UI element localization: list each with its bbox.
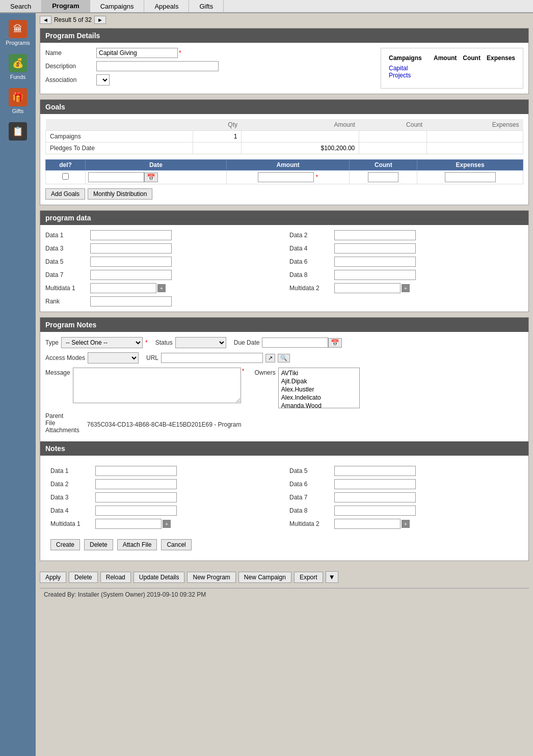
n-data2-input[interactable] — [95, 479, 177, 489]
calendar-button[interactable]: 📅 — [144, 173, 158, 182]
association-row: Association — [45, 74, 370, 86]
n-data1-input[interactable] — [95, 466, 177, 476]
name-input[interactable] — [96, 48, 178, 58]
url-search-button[interactable]: 🔍 — [278, 354, 290, 362]
n-multidata1-container: + — [95, 519, 171, 529]
goals-count-col: Count — [359, 119, 427, 131]
create-button[interactable]: Create — [50, 539, 80, 550]
delete-note-button[interactable]: Delete — [84, 539, 113, 550]
apply-button[interactable]: Apply — [40, 572, 66, 583]
n-data6-label: Data 6 — [289, 481, 330, 488]
tab-program[interactable]: Program — [42, 0, 90, 12]
tab-campaigns[interactable]: Campaigns — [90, 0, 145, 12]
expenses-col-header: Expenses — [484, 53, 518, 63]
data3-input[interactable] — [90, 243, 172, 254]
owner-alex-i[interactable]: Alex.Indelicato — [280, 394, 358, 402]
data2-input[interactable] — [334, 230, 416, 240]
n-data3-input[interactable] — [95, 492, 177, 502]
n-data5-input[interactable] — [334, 466, 416, 476]
new-campaign-button[interactable]: New Campaign — [238, 572, 291, 583]
multidata2-add-button[interactable]: + — [402, 284, 410, 292]
sidebar-item-misc[interactable]: 📋 — [0, 118, 36, 146]
goals-campaigns-amount — [242, 131, 359, 143]
tab-appeals[interactable]: Appeals — [144, 0, 189, 12]
message-textarea[interactable] — [73, 368, 241, 403]
n-data7-input[interactable] — [334, 492, 416, 502]
parent-file-row: ParentFileAttachments 7635C034-CD13-4B68… — [45, 412, 523, 434]
add-goals-button[interactable]: Add Goals — [45, 188, 85, 200]
owner-avtiki[interactable]: AVTiki — [280, 369, 358, 377]
data6-input[interactable] — [334, 257, 416, 267]
owner-amanda[interactable]: Amanda.Wood — [280, 402, 358, 408]
export-button[interactable]: Export — [294, 572, 323, 583]
type-select[interactable]: -- Select One -- — [61, 337, 143, 348]
goals-campaigns-row: Campaigns 1 — [46, 131, 523, 143]
data1-input[interactable] — [90, 230, 172, 240]
tab-search[interactable]: Search — [0, 0, 42, 12]
due-date-input[interactable] — [262, 338, 328, 348]
new-program-button[interactable]: New Program — [187, 572, 235, 583]
url-input[interactable] — [161, 353, 263, 363]
attach-file-button[interactable]: Attach File — [117, 539, 157, 550]
goals-pledges-qty — [193, 143, 242, 154]
n-multidata1-add-button[interactable]: + — [163, 520, 171, 528]
multidata1-input[interactable] — [90, 283, 156, 293]
access-modes-select[interactable] — [88, 352, 139, 363]
amount-cell: * — [226, 171, 349, 184]
url-open-button[interactable]: ↗ — [265, 354, 275, 362]
date-input[interactable] — [88, 172, 144, 182]
program-details-section: Program Details Name * Description Assoc… — [40, 28, 529, 94]
multidata2-input[interactable] — [334, 283, 401, 293]
campaign-name-cell[interactable]: Capital Projects — [386, 64, 430, 80]
data1-row: Data 1 — [45, 230, 279, 240]
campaign-amount-cell — [431, 64, 459, 80]
n-multidata2-add-button[interactable]: + — [402, 520, 410, 528]
due-date-calendar-button[interactable]: 📅 — [328, 338, 342, 348]
delete-button[interactable]: Delete — [69, 572, 98, 583]
message-label: Message — [45, 368, 70, 376]
n-multidata2-input[interactable] — [334, 519, 401, 529]
data4-input[interactable] — [334, 243, 416, 254]
n-multidata1-input[interactable] — [95, 519, 162, 529]
sidebar-item-funds[interactable]: 💰 Funds — [0, 50, 36, 84]
multidata2-row: Multidata 2 + — [289, 283, 523, 293]
data5-input[interactable] — [90, 257, 172, 267]
data7-input[interactable] — [90, 270, 172, 280]
n-data8-input[interactable] — [334, 506, 416, 516]
amount-input[interactable] — [258, 172, 314, 182]
monthly-distribution-button[interactable]: Monthly Distribution — [88, 188, 152, 200]
name-label: Name — [45, 49, 96, 57]
data8-input[interactable] — [334, 270, 416, 280]
n-data6-input[interactable] — [334, 479, 416, 489]
owner-alex-h[interactable]: Alex.Hustler — [280, 385, 358, 394]
n-data4-input[interactable] — [95, 506, 177, 516]
del-checkbox[interactable] — [62, 173, 69, 180]
goals-summary-table: Qty Amount Count Expenses Campaigns 1 — [45, 119, 523, 154]
owner-ajit[interactable]: Ajit.Dipak — [280, 377, 358, 385]
data7-row: Data 7 — [45, 270, 279, 280]
expenses-input[interactable] — [445, 172, 496, 182]
tab-gifts[interactable]: Gifts — [189, 0, 224, 12]
description-input[interactable] — [96, 61, 219, 71]
data8-row: Data 8 — [289, 270, 523, 280]
parent-file-label: ParentFileAttachments — [45, 412, 79, 434]
goals-buttons: Add Goals Monthly Distribution — [45, 188, 523, 200]
more-options-button[interactable]: ▼ — [326, 571, 338, 583]
owners-list[interactable]: AVTiki Ajit.Dipak Alex.Hustler Alex.Inde… — [278, 368, 360, 408]
program-notes-header: Program Notes — [40, 318, 528, 332]
multidata1-add-button[interactable]: + — [157, 284, 166, 292]
rank-input[interactable] — [90, 296, 172, 306]
association-select[interactable] — [96, 74, 110, 86]
description-row: Description — [45, 61, 370, 71]
sidebar-item-programs[interactable]: 🏛 Programs — [0, 16, 36, 50]
reload-button[interactable]: Reload — [100, 572, 131, 583]
due-date-label: Due Date — [234, 339, 260, 346]
goals-pledges-expenses — [427, 143, 523, 154]
count-input[interactable] — [368, 172, 398, 182]
prev-result-button[interactable]: ◄ — [40, 16, 51, 24]
sidebar-item-gifts[interactable]: 🎁 Gifts — [0, 84, 36, 118]
cancel-button[interactable]: Cancel — [161, 539, 191, 550]
status-select[interactable] — [175, 337, 226, 348]
next-result-button[interactable]: ► — [94, 16, 106, 24]
update-details-button[interactable]: Update Details — [134, 572, 185, 583]
